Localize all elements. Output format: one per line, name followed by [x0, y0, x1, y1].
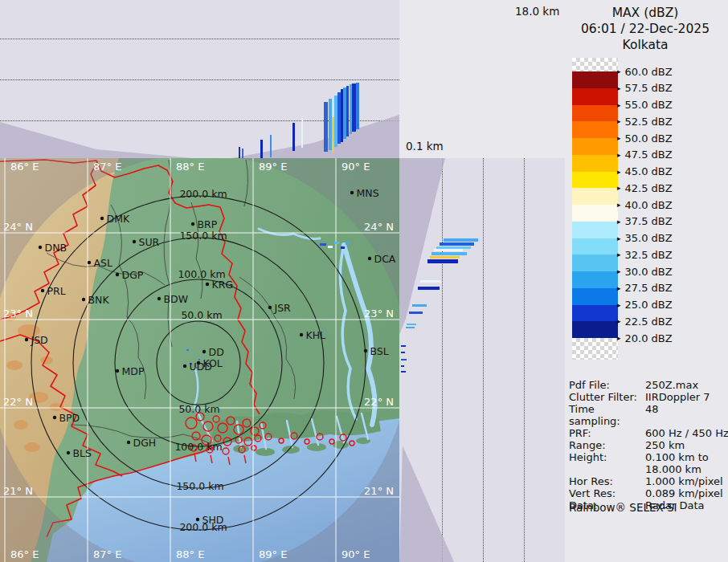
legend-label-row: ▸60.0 dBZ: [617, 64, 673, 79]
echo-bar: [401, 359, 407, 360]
metadata-label: [569, 463, 645, 475]
range-ring-label: 150.0 km: [176, 480, 223, 492]
city-label: PRL: [47, 285, 66, 297]
lat-label: 23° N: [3, 307, 33, 320]
legend-tick-arrow-icon: ▸: [617, 301, 621, 309]
metadata-row: Vert Res:0.089 km/pixel: [569, 487, 726, 499]
legend-tick-arrow-icon: ▸: [617, 168, 621, 176]
legend-label: 52.5 dBZ: [625, 116, 673, 128]
legend-label: 37.5 dBZ: [625, 215, 673, 227]
range-ring-label: 200.0 km: [179, 188, 227, 200]
city-label: MDP: [122, 365, 145, 377]
legend-tick-arrow-icon: ▸: [617, 317, 621, 325]
legend-tick-arrow-icon: ▸: [617, 201, 621, 209]
legend-label: 32.5 dBZ: [625, 249, 673, 261]
city-dot: [133, 240, 136, 243]
legend-tick-arrow-icon: ▸: [617, 67, 621, 75]
echo-bar: [431, 252, 467, 255]
map-echo: [346, 242, 350, 245]
lon-label: 89° E: [259, 548, 287, 560]
range-ring-label: 150.0 km: [179, 230, 227, 242]
city-label: DNB: [45, 242, 67, 254]
metadata-row: 18.000 km: [569, 463, 726, 475]
echo-bar: [401, 345, 406, 347]
echo-bar: [346, 86, 349, 136]
lon-label: 86° E: [10, 161, 39, 173]
city-label: JSR: [274, 302, 292, 314]
lat-label: 24° N: [3, 221, 33, 233]
legend-panel: MAX (dBZ) 06:01 / 22-Dec-2025 Kolkata ▸6…: [562, 0, 728, 562]
legend-label: 22.5 dBZ: [625, 316, 673, 328]
city-dot: [202, 350, 206, 353]
city-dot: [268, 306, 272, 309]
metadata-row: Time sampling:48: [569, 403, 726, 427]
metadata-value: 0.089 km/pixel: [645, 487, 726, 499]
city-dot: [116, 273, 119, 276]
legend-label-row: ▸47.5 dBZ: [617, 148, 673, 162]
city-dot: [127, 441, 130, 444]
legend-label: 30.0 dBZ: [625, 266, 673, 278]
radar-product-screen: 18.0 km 0.1 km: [0, 0, 728, 562]
metadata-row: Clutter Filter:IIRDoppler 7: [569, 391, 726, 403]
echo-bar: [260, 140, 263, 158]
lat-label: 24° N: [364, 221, 394, 233]
legend-tick-arrow-icon: ▸: [617, 117, 621, 125]
legend-label-row: ▸27.5 dBZ: [617, 281, 673, 295]
city-label: DGH: [133, 437, 157, 449]
range-ring-label: 50.0 km: [178, 403, 219, 415]
echo-bar: [292, 123, 295, 151]
metadata-value: 250Z.max: [645, 379, 726, 391]
software-brand: Rainbow® SELEX-SI: [569, 501, 677, 514]
metadata-label: PRF:: [569, 427, 645, 439]
lon-label: 88° E: [176, 161, 204, 173]
ns-cross-section-panel: [399, 158, 565, 562]
legend-tick-arrow-icon: ▸: [617, 151, 621, 159]
city-label: BNK: [88, 294, 110, 306]
legend-tick-arrow-icon: ▸: [617, 84, 621, 92]
city-dot: [67, 451, 70, 454]
map-echo: [334, 242, 339, 244]
echo-bar: [412, 304, 427, 307]
city-dot: [183, 364, 186, 368]
radar-map: 200.0 km150.0 km100.0 km50.0 km50.0 km10…: [0, 158, 399, 562]
metadata-value: IIRDoppler 7: [645, 391, 726, 403]
city-label: DCA: [374, 253, 396, 265]
city-label: UDD: [190, 360, 212, 373]
metadata-label: Vert Res:: [569, 487, 645, 499]
metadata-row: Hor Res:1.000 km/pixel: [569, 475, 726, 487]
legend-label: 55.0 dBZ: [625, 99, 673, 111]
lon-label: 90° E: [342, 161, 370, 173]
echo-bar: [440, 242, 474, 246]
city-label: DMK: [107, 213, 130, 225]
lon-label: 90° E: [342, 548, 370, 560]
legend-label-row: ▸30.0 dBZ: [617, 264, 673, 279]
legend-label-row: ▸42.5 dBZ: [617, 181, 673, 195]
city-label: JSD: [31, 334, 48, 346]
lon-label: 87° E: [93, 548, 121, 560]
ew-echo-bars: [0, 0, 399, 158]
legend-tick-arrow-icon: ▸: [617, 267, 621, 275]
legend-label: 25.0 dBZ: [625, 299, 673, 311]
city-label: KRG: [212, 279, 234, 291]
legend-tick-arrow-icon: ▸: [617, 184, 621, 192]
city-dot: [368, 257, 371, 260]
echo-bar: [324, 102, 328, 152]
echo-bar: [356, 83, 359, 129]
metadata-label: Height:: [569, 451, 645, 463]
metadata-row: Height:0.100 km to: [569, 451, 726, 463]
legend-tick-arrow-icon: ▸: [617, 250, 621, 259]
lon-label: 87° E: [93, 161, 121, 173]
metadata-label: Pdf File:: [569, 379, 645, 391]
echo-bar: [418, 287, 440, 290]
metadata-value: 18.000 km: [645, 463, 726, 475]
legend-label: 57.5 dBZ: [625, 82, 673, 94]
city-label: BSL: [370, 345, 389, 357]
legend-label-row: ▸57.5 dBZ: [617, 81, 673, 96]
map-echo: [193, 354, 194, 356]
legend-tick-arrow-icon: ▸: [617, 218, 621, 226]
lat-label: 21° N: [364, 485, 394, 497]
legend-label-row: ▸22.5 dBZ: [617, 314, 673, 328]
city-label: SUR: [139, 236, 160, 248]
lat-label: 23° N: [364, 307, 394, 320]
metadata-label: Time sampling:: [569, 403, 645, 427]
